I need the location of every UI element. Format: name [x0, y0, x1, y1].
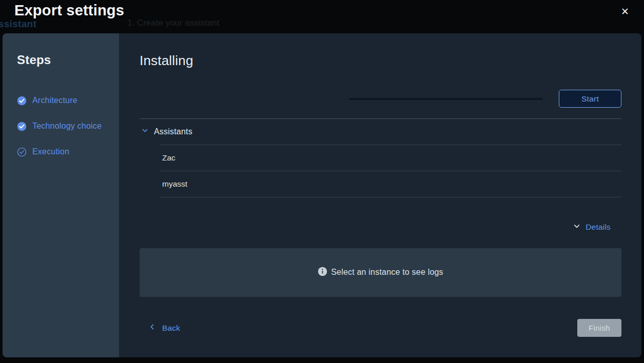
dialog-title: Export settings — [14, 2, 124, 19]
assistants-header-label: Assistants — [154, 127, 192, 136]
back-button[interactable]: Back — [140, 323, 180, 333]
info-icon — [318, 267, 327, 278]
check-circle-filled-icon — [17, 96, 27, 106]
details-row: Details — [140, 220, 621, 234]
step-architecture[interactable]: Architecture — [17, 88, 109, 113]
chevron-down-icon — [141, 127, 149, 136]
details-toggle[interactable]: Details — [573, 220, 621, 234]
assistant-name: myasst — [162, 179, 187, 189]
start-button[interactable]: Start — [559, 90, 621, 108]
finish-button[interactable]: Finish — [577, 319, 621, 337]
page-title: Installing — [140, 53, 621, 68]
progress-bar — [349, 98, 543, 100]
step-label: Execution — [32, 147, 69, 156]
dialog-header: Export settings ✕ — [0, 0, 644, 33]
progress-row: Start — [140, 90, 621, 108]
assistants-list: Zac myasst — [160, 145, 621, 197]
actions-row: Back Finish — [140, 319, 621, 337]
step-label: Architecture — [32, 96, 77, 105]
assistant-row-myasst[interactable]: myasst — [160, 171, 621, 197]
steps-heading: Steps — [17, 53, 109, 67]
main-panel: Installing Start Assistants Zac myasst — [119, 33, 641, 357]
details-label: Details — [586, 223, 611, 232]
close-icon[interactable]: ✕ — [617, 4, 633, 19]
assistant-name: Zac — [162, 153, 175, 163]
step-execution[interactable]: Execution — [17, 139, 109, 165]
steps-list: Architecture Technology choice — [17, 88, 109, 165]
info-message: Select an instance to see logs — [331, 268, 443, 277]
chevron-down-icon — [573, 222, 581, 232]
logs-info-panel: Select an instance to see logs — [140, 248, 621, 297]
step-label: Technology choice — [32, 122, 102, 131]
step-technology-choice[interactable]: Technology choice — [17, 113, 109, 139]
assistant-row-zac[interactable]: Zac — [160, 145, 621, 171]
chevron-left-icon — [148, 323, 156, 333]
steps-sidebar: Steps Architecture Technol — [3, 33, 119, 357]
back-label: Back — [162, 324, 180, 333]
export-settings-modal: Steps Architecture Technol — [3, 33, 641, 357]
check-circle-outline-icon — [17, 147, 27, 157]
check-circle-filled-icon — [17, 122, 27, 131]
assistants-section-toggle[interactable]: Assistants — [140, 119, 621, 145]
